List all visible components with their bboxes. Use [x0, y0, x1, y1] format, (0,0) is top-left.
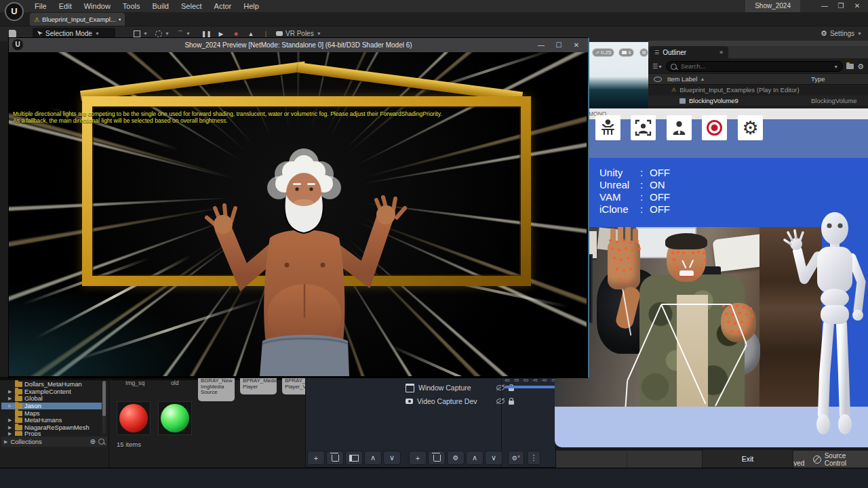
preview-titlebar[interactable]: U Show_2024 Preview [NetMode: Standalone…: [9, 38, 588, 52]
menu-tools[interactable]: Tools: [117, 2, 146, 10]
menu-build[interactable]: Build: [146, 2, 175, 10]
mocap-settings-button[interactable]: ⚙: [738, 115, 763, 140]
menu-file[interactable]: File: [28, 2, 53, 10]
asset-material-green[interactable]: [158, 401, 192, 435]
trash-icon: [332, 455, 339, 462]
source-control-icon: [813, 455, 821, 464]
asset-tile[interactable]: BPRAY_Media Player: [240, 377, 277, 394]
menu-window[interactable]: Window: [78, 2, 117, 10]
asset-material-red[interactable]: [117, 401, 151, 435]
folder-props[interactable]: ▶Props: [1, 431, 102, 436]
collections-bar[interactable]: ▶ Collections ⊕: [1, 436, 107, 447]
capture-preview-window[interactable]: ↗ 0.25 4 ⊞: [589, 42, 648, 108]
tab-outliner[interactable]: ☰ Outliner ✕: [650, 46, 728, 58]
menu-help[interactable]: Help: [237, 2, 265, 10]
folder-jason[interactable]: ▶Jason: [1, 403, 102, 410]
folder-icon: [15, 396, 22, 401]
scene-down-button[interactable]: ∨: [383, 451, 401, 465]
outliner-search-input[interactable]: [679, 62, 831, 70]
camera-icon: [622, 51, 627, 54]
eject-button[interactable]: ▲: [246, 30, 256, 37]
close-button[interactable]: ✕: [849, 0, 865, 12]
mixer-menu-button[interactable]: ⋮: [527, 451, 540, 465]
scene-filters-button[interactable]: [345, 451, 363, 465]
mouth-tracking: [679, 270, 694, 277]
preview-close-button[interactable]: ✕: [568, 38, 585, 52]
play-options-button[interactable]: ⋮: [261, 30, 271, 37]
hidden-eye-icon[interactable]: [496, 385, 505, 390]
pause-button[interactable]: ❚❚: [201, 30, 211, 37]
col-type[interactable]: Type: [811, 75, 825, 83]
new-folder-icon[interactable]: [846, 64, 854, 69]
scene-up-button[interactable]: ∧: [364, 451, 382, 465]
settings-dropdown[interactable]: ⚙ Settings▼: [816, 28, 867, 39]
add-collection-icon[interactable]: ⊕: [90, 438, 96, 445]
remove-scene-button[interactable]: [326, 451, 344, 465]
asset-label[interactable]: old: [171, 380, 178, 386]
gears-icon: ⚙°: [512, 455, 521, 462]
visibility-column-icon[interactable]: [654, 77, 662, 82]
asset-tile[interactable]: BGRAY_New ImgMedia Source: [198, 377, 235, 401]
volume-icon: [679, 98, 686, 104]
face-tracking-dots: [671, 251, 674, 254]
outliner-settings-icon[interactable]: ⚙: [857, 62, 864, 71]
face-tracking-button[interactable]: [631, 115, 656, 140]
folder-metahumans[interactable]: ▶MetaHumans: [1, 417, 102, 424]
lock-icon[interactable]: [509, 401, 514, 405]
gear-icon: ⚙: [742, 119, 758, 137]
preview-maximize-button[interactable]: ☐: [550, 38, 568, 52]
menu-edit[interactable]: Edit: [53, 2, 78, 10]
add-source-button[interactable]: +: [409, 451, 427, 465]
menu-actor[interactable]: Actor: [208, 2, 238, 10]
grid-button[interactable]: ⊞: [639, 48, 648, 57]
asset-label[interactable]: Img_sq: [125, 380, 144, 386]
outliner-search[interactable]: ▼: [666, 61, 843, 72]
source-properties-button[interactable]: ⚙: [447, 451, 465, 465]
game-viewport[interactable]: Multiple directional lights are competin…: [9, 52, 587, 376]
close-tab-icon[interactable]: ✕: [719, 49, 724, 56]
pose-tracking-button[interactable]: [595, 115, 620, 140]
search-options-chevron[interactable]: ▼: [833, 64, 838, 69]
unreal-logo-icon: U: [12, 39, 23, 50]
maximize-button[interactable]: ❐: [833, 0, 849, 12]
record-button[interactable]: [702, 115, 727, 140]
status-unreal: Unreal:ON: [599, 179, 665, 190]
filter-icon[interactable]: ☰▼: [652, 63, 663, 70]
add-scene-button[interactable]: +: [307, 451, 325, 465]
red-sphere-thumbnail: [119, 404, 148, 432]
frame-skip-button[interactable]: ▶: [216, 30, 226, 37]
person-left-palm: [608, 241, 640, 289]
finger: [633, 228, 638, 242]
mannequin-avatar: [778, 210, 868, 441]
outliner-row-world[interactable]: ⚠ Blueprint_Input_Examples (Play In Edit…: [648, 85, 868, 95]
col-item-label[interactable]: Item Label: [667, 75, 697, 83]
minimize-button[interactable]: —: [816, 0, 833, 12]
folder-icon: [15, 425, 22, 430]
folder-tree: Dollars_MetaHuman ▶ExampleContent ▶Globa…: [1, 381, 102, 436]
source-down-button[interactable]: ∨: [485, 451, 502, 465]
stop-button[interactable]: ■: [231, 30, 241, 37]
tab-blueprint-input-example[interactable]: ⚠ Blueprint_Input_Exampl... •: [30, 13, 125, 26]
search-collections-icon[interactable]: [98, 439, 104, 445]
source-video-capture[interactable]: Video Capture Dev: [406, 395, 514, 407]
preview-minimize-button[interactable]: —: [532, 38, 550, 52]
body-tracking-button[interactable]: [667, 115, 692, 140]
arrow-icon: ↗: [595, 50, 599, 56]
outliner-row-blockingvolume[interactable]: BlockingVolume9 BlockingVolume: [648, 96, 868, 106]
menu-select[interactable]: Select: [175, 2, 208, 10]
volume-meter[interactable]: [505, 386, 555, 388]
advanced-audio-button[interactable]: ⚙°: [508, 451, 524, 465]
folder-icon: [15, 382, 22, 387]
remove-source-button[interactable]: [428, 451, 446, 465]
dirty-dot: •: [119, 16, 121, 23]
source-control-status[interactable]: All Saved Source Control: [785, 451, 868, 468]
exit-button[interactable]: Exit: [702, 450, 793, 468]
folder-icon: [15, 411, 22, 416]
source-window-capture[interactable]: Window Capture: [406, 382, 514, 394]
face-track-icon: [634, 119, 652, 137]
source-up-button[interactable]: ∧: [466, 451, 484, 465]
hidden-eye-icon[interactable]: [496, 399, 505, 404]
folder-tree-scrollbar[interactable]: [102, 381, 106, 434]
folder-niagararespawnmesh[interactable]: ▶NiagaraReSpawnMesh: [1, 424, 102, 432]
mixer-db-scale: -60-55-50-45-40-35: [504, 378, 555, 382]
